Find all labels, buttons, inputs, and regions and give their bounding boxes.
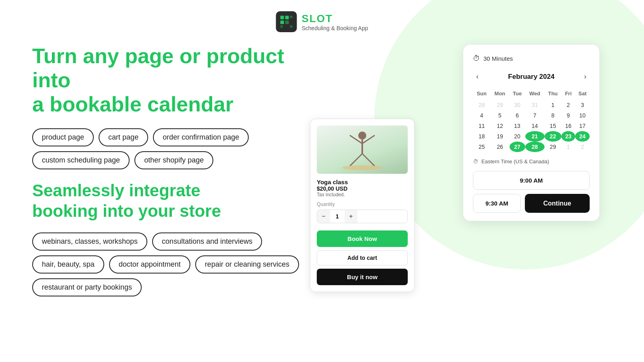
calendar-day[interactable]: 22 <box>545 131 561 142</box>
tag-beauty: hair, beauty, spa <box>32 255 104 274</box>
cal-day-header: Fri <box>561 89 576 100</box>
timezone-label: Eastern Time (US & Canada) <box>481 158 549 165</box>
quantity-label: Quantity <box>317 202 408 207</box>
product-name: Yoga class <box>317 179 408 185</box>
svg-rect-1 <box>285 16 289 19</box>
calendar-day[interactable]: 10 <box>575 110 590 121</box>
time-slot-930am-button[interactable]: 9:30 AM <box>473 194 521 213</box>
cal-day-header: Tue <box>510 89 525 100</box>
calendar-week-row: 45678910 <box>473 110 590 121</box>
calendar-day: 1 <box>561 142 576 152</box>
cal-day-header: Sat <box>575 89 590 100</box>
tag-custom-scheduling: custom scheduling page <box>32 151 130 169</box>
buy-it-now-button[interactable]: Buy it now <box>317 269 408 285</box>
quantity-value: 1 <box>330 213 345 220</box>
app-name: SLOT <box>301 12 368 25</box>
svg-line-12 <box>362 154 374 166</box>
logo-text: SLOT Scheduling & Booking App <box>301 12 368 31</box>
tag-product-page: product page <box>32 128 94 146</box>
quantity-increase-button[interactable]: + <box>345 210 357 223</box>
calendar-day[interactable]: 21 <box>525 131 545 142</box>
calendar-day[interactable]: 6 <box>510 110 525 121</box>
calendar-header: SunMonTueWedThuFriSat <box>473 89 590 100</box>
svg-line-11 <box>350 154 362 166</box>
tag-consultations: consultations and interviews <box>152 232 262 251</box>
svg-rect-0 <box>280 16 284 19</box>
calendar-day[interactable]: 29 <box>545 142 561 152</box>
svg-point-7 <box>358 132 366 140</box>
calendar-widget: ⏱ 30 Minutes ‹ February 2024 › SunMonTue… <box>463 44 600 221</box>
calendar-day[interactable]: 9 <box>561 110 576 121</box>
timezone-clock-icon: ⏱ <box>473 158 478 165</box>
tag-webinars: webinars, classes, workshops <box>32 232 147 251</box>
tag-order-confirmation: order confirmation page <box>153 128 249 146</box>
time-slot-9am[interactable]: 9:00 AM <box>473 171 590 190</box>
app-tagline: Scheduling & Booking App <box>301 25 368 31</box>
calendar-day: 30 <box>510 100 525 110</box>
svg-point-13 <box>342 165 382 170</box>
main-headline: Turn any page or product intoa bookable … <box>32 44 322 116</box>
logo-icon <box>276 11 297 32</box>
calendar-day[interactable]: 19 <box>490 131 509 142</box>
calendar-week-row: 18192021222324 <box>473 131 590 142</box>
calendar-day: 28 <box>473 100 490 110</box>
time-row: 9:30 AM Continue <box>473 194 590 213</box>
calendar-day[interactable]: 11 <box>473 121 490 131</box>
calendar-day[interactable]: 17 <box>575 121 590 131</box>
yoga-image <box>317 125 408 174</box>
calendar-day[interactable]: 3 <box>575 100 590 110</box>
duration-row: ⏱ 30 Minutes <box>473 54 590 63</box>
continue-button[interactable]: Continue <box>525 194 590 213</box>
quantity-decrease-button[interactable]: − <box>317 210 330 223</box>
svg-rect-2 <box>280 21 284 24</box>
clock-icon: ⏱ <box>473 54 480 63</box>
calendar-day[interactable]: 7 <box>525 110 545 121</box>
book-now-button[interactable]: Book Now <box>317 230 408 247</box>
calendar-week-row: 11121314151617 <box>473 121 590 131</box>
calendar-day[interactable]: 2 <box>561 100 576 110</box>
product-price: $20,00 USD <box>317 185 408 192</box>
calendar-day[interactable]: 16 <box>561 121 576 131</box>
calendar-day[interactable]: 23 <box>561 131 576 142</box>
calendar-week-row: 28293031123 <box>473 100 590 110</box>
use-case-tags: webinars, classes, workshops consultatio… <box>32 232 322 296</box>
calendar-day[interactable]: 13 <box>510 121 525 131</box>
calendar-day[interactable]: 8 <box>545 110 561 121</box>
tag-other-shopify: other shopify page <box>134 151 213 169</box>
calendar-day[interactable]: 1 <box>545 100 561 110</box>
calendar-day[interactable]: 14 <box>525 121 545 131</box>
timezone-row: ⏱ Eastern Time (US & Canada) <box>473 158 590 165</box>
next-month-button[interactable]: › <box>581 71 590 82</box>
product-tax: Tax included. <box>317 192 408 197</box>
prev-month-button[interactable]: ‹ <box>473 71 482 82</box>
calendar-day: 31 <box>525 100 545 110</box>
calendar-day[interactable]: 5 <box>490 110 509 121</box>
calendar-body: 2829303112345678910111213141516171819202… <box>473 100 590 152</box>
svg-rect-3 <box>285 21 289 24</box>
tag-restaurant: restaurant or party bookings <box>32 278 142 296</box>
calendar-grid: SunMonTueWedThuFriSat 282930311234567891… <box>473 89 590 152</box>
calendar-day[interactable]: 27 <box>510 142 525 152</box>
calendar-day[interactable]: 12 <box>490 121 509 131</box>
calendar-day[interactable]: 26 <box>490 142 509 152</box>
calendar-day[interactable]: 18 <box>473 131 490 142</box>
tag-doctor: doctor appointment <box>109 255 190 274</box>
calendar-day: 29 <box>490 100 509 110</box>
calendar-day[interactable]: 28 <box>525 142 545 152</box>
duration-label: 30 Minutes <box>483 55 513 62</box>
product-image <box>317 125 408 174</box>
calendar-day[interactable]: 4 <box>473 110 490 121</box>
left-content: Turn any page or product intoa bookable … <box>32 44 322 296</box>
calendar-day[interactable]: 25 <box>473 142 490 152</box>
cal-day-header: Sun <box>473 89 490 100</box>
quantity-control: − 1 + <box>317 210 408 223</box>
page-type-tags: product page cart page order confirmatio… <box>32 128 322 169</box>
product-info: Yoga class $20,00 USD Tax included. <box>317 179 408 197</box>
add-to-cart-button[interactable]: Add to cart <box>317 250 408 265</box>
cal-day-header: Thu <box>545 89 561 100</box>
calendar-day[interactable]: 24 <box>575 131 590 142</box>
calendar-day[interactable]: 15 <box>545 121 561 131</box>
calendar-day[interactable]: 20 <box>510 131 525 142</box>
header: SLOT Scheduling & Booking App <box>276 11 368 32</box>
svg-rect-4 <box>290 16 292 18</box>
